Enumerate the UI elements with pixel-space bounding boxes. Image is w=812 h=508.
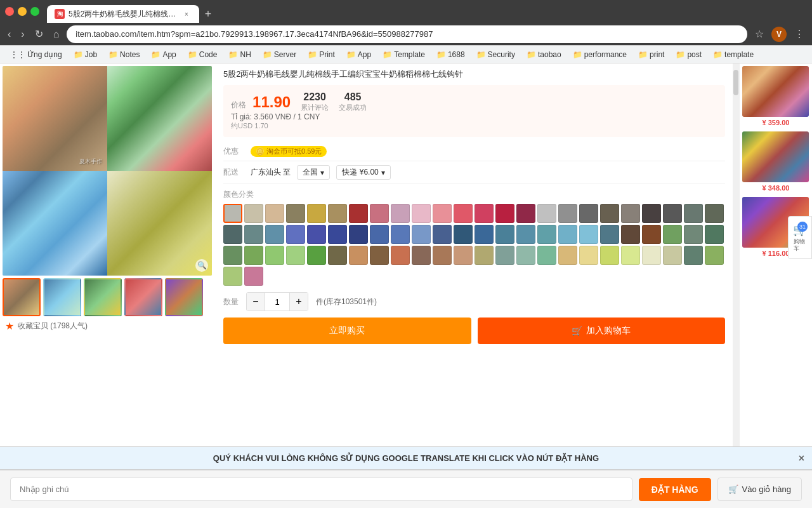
color-swatch-13[interactable] bbox=[495, 204, 514, 223]
color-swatch-14[interactable] bbox=[516, 204, 535, 223]
color-swatch-45[interactable] bbox=[663, 225, 682, 244]
color-swatch-33[interactable] bbox=[412, 225, 431, 244]
color-swatch-12[interactable] bbox=[475, 204, 494, 223]
color-swatch-50[interactable] bbox=[265, 246, 284, 265]
forward-button[interactable]: › bbox=[18, 26, 27, 43]
color-swatch-42[interactable] bbox=[600, 225, 619, 244]
bookmark-app[interactable]: 📁 App bbox=[146, 48, 181, 61]
color-swatch-73[interactable] bbox=[244, 267, 263, 286]
color-swatch-22[interactable] bbox=[684, 204, 703, 223]
color-swatch-24[interactable] bbox=[223, 225, 242, 244]
color-swatch-16[interactable] bbox=[558, 204, 577, 223]
color-swatch-15[interactable] bbox=[537, 204, 556, 223]
bookmark-job[interactable]: 📁 Job bbox=[69, 48, 102, 61]
thumbnail-3[interactable] bbox=[84, 278, 122, 316]
bookmark-code[interactable]: 📁 Code bbox=[183, 48, 223, 61]
bookmark-server[interactable]: 📁 Server bbox=[258, 48, 301, 61]
bookmark-apps[interactable]: ⋮⋮ Ứng dụng bbox=[5, 48, 67, 61]
close-window-button[interactable] bbox=[5, 7, 14, 16]
color-swatch-29[interactable] bbox=[328, 225, 347, 244]
color-swatch-51[interactable] bbox=[286, 246, 305, 265]
color-swatch-66[interactable] bbox=[600, 246, 619, 265]
note-input[interactable] bbox=[10, 478, 632, 501]
bookmark-post[interactable]: 📁 post bbox=[671, 48, 707, 61]
color-swatch-56[interactable] bbox=[391, 246, 410, 265]
back-button[interactable]: ‹ bbox=[5, 26, 13, 43]
color-swatch-9[interactable] bbox=[412, 204, 431, 223]
color-swatch-17[interactable] bbox=[579, 204, 598, 223]
thumbnail-1[interactable] bbox=[3, 278, 41, 316]
color-swatch-31[interactable] bbox=[370, 225, 389, 244]
color-swatch-6[interactable] bbox=[349, 204, 368, 223]
bookmark-template[interactable]: 📁 Template bbox=[377, 48, 430, 61]
color-swatch-68[interactable] bbox=[642, 246, 661, 265]
color-swatch-36[interactable] bbox=[475, 225, 494, 244]
thumbnail-5[interactable] bbox=[165, 278, 203, 316]
color-swatch-52[interactable] bbox=[307, 246, 326, 265]
maximize-window-button[interactable] bbox=[30, 7, 39, 16]
bookmark-taobao[interactable]: 📁 taobao bbox=[521, 48, 566, 61]
sidebar-product-2[interactable]: ¥ 348.00 bbox=[742, 131, 809, 192]
view-cart-button[interactable]: 🛒 Vào giỏ hàng bbox=[717, 478, 802, 501]
bookmark-nh[interactable]: 📁 NH bbox=[223, 48, 256, 61]
bookmark-security[interactable]: 📁 Security bbox=[471, 48, 520, 61]
sidebar-product-1[interactable]: ¥ 359.00 bbox=[742, 66, 809, 126]
color-swatch-19[interactable] bbox=[621, 204, 640, 223]
color-swatch-23[interactable] bbox=[705, 204, 724, 223]
color-swatch-72[interactable] bbox=[223, 267, 242, 286]
color-swatch-41[interactable] bbox=[579, 225, 598, 244]
color-swatch-2[interactable] bbox=[265, 204, 284, 223]
color-swatch-35[interactable] bbox=[454, 225, 473, 244]
buy-now-button[interactable]: 立即购买 bbox=[223, 318, 471, 344]
scrollbar[interactable] bbox=[733, 64, 739, 508]
minimize-window-button[interactable] bbox=[18, 7, 27, 16]
color-swatch-25[interactable] bbox=[244, 225, 263, 244]
color-swatch-63[interactable] bbox=[537, 246, 556, 265]
browser-menu-button[interactable]: ⋮ bbox=[792, 25, 807, 43]
active-tab[interactable]: 淘 5股2两牛奶棉毛线婴儿纯棉线手... × bbox=[47, 5, 199, 23]
color-swatch-4[interactable] bbox=[307, 204, 326, 223]
bookmark-notes[interactable]: 📁 Notes bbox=[103, 48, 145, 61]
place-order-button[interactable]: ĐẶT HÀNG bbox=[639, 478, 711, 501]
color-swatch-40[interactable] bbox=[558, 225, 577, 244]
url-input[interactable] bbox=[67, 25, 747, 43]
color-swatch-64[interactable] bbox=[558, 246, 577, 265]
bookmark-performance[interactable]: 📁 performance bbox=[568, 48, 632, 61]
scroll-thumb[interactable] bbox=[733, 70, 738, 95]
color-swatch-61[interactable] bbox=[495, 246, 514, 265]
color-swatch-7[interactable] bbox=[370, 204, 389, 223]
color-swatch-5[interactable] bbox=[328, 204, 347, 223]
color-swatch-57[interactable] bbox=[412, 246, 431, 265]
color-swatch-67[interactable] bbox=[621, 246, 640, 265]
color-swatch-21[interactable] bbox=[663, 204, 682, 223]
home-button[interactable]: ⌂ bbox=[51, 26, 62, 43]
color-swatch-20[interactable] bbox=[642, 204, 661, 223]
bookmark-print[interactable]: 📁 Print bbox=[303, 48, 340, 61]
color-swatch-53[interactable] bbox=[328, 246, 347, 265]
new-tab-button[interactable]: + bbox=[199, 5, 217, 23]
color-swatch-30[interactable] bbox=[349, 225, 368, 244]
qty-input[interactable] bbox=[265, 293, 290, 311]
reload-button[interactable]: ↻ bbox=[32, 25, 46, 43]
color-swatch-0[interactable] bbox=[223, 204, 242, 223]
color-swatch-38[interactable] bbox=[516, 225, 535, 244]
bookmark-print2[interactable]: 📁 print bbox=[633, 48, 669, 61]
color-swatch-10[interactable] bbox=[433, 204, 452, 223]
bookmark-template2[interactable]: 📁 template bbox=[708, 48, 759, 61]
rating-text[interactable]: 收藏宝贝 (1798人气) bbox=[18, 321, 88, 331]
bookmark-button[interactable]: ☆ bbox=[752, 25, 766, 43]
color-swatch-32[interactable] bbox=[391, 225, 410, 244]
color-swatch-46[interactable] bbox=[684, 225, 703, 244]
shipping-fee-dropdown[interactable]: 快递 ¥6.00 ▾ bbox=[336, 165, 390, 180]
bookmark-1688[interactable]: 📁 1688 bbox=[431, 48, 470, 61]
qty-decrease-button[interactable]: − bbox=[247, 293, 265, 311]
color-swatch-65[interactable] bbox=[579, 246, 598, 265]
color-swatch-58[interactable] bbox=[433, 246, 452, 265]
color-swatch-59[interactable] bbox=[454, 246, 473, 265]
color-swatch-27[interactable] bbox=[286, 225, 305, 244]
color-swatch-54[interactable] bbox=[349, 246, 368, 265]
thumbnail-4[interactable] bbox=[124, 278, 162, 316]
color-swatch-34[interactable] bbox=[433, 225, 452, 244]
color-swatch-55[interactable] bbox=[370, 246, 389, 265]
color-swatch-60[interactable] bbox=[475, 246, 494, 265]
